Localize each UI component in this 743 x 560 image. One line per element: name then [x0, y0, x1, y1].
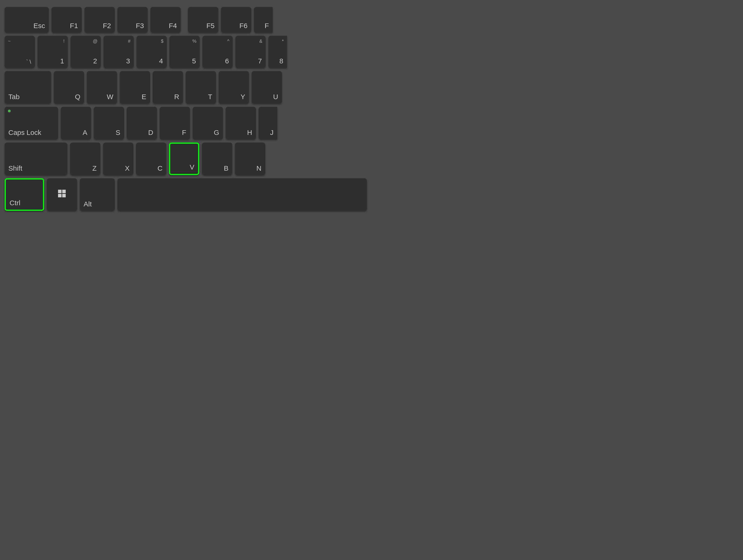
key-tab[interactable]: Tab [5, 71, 51, 103]
key-2[interactable]: @ 2 [71, 36, 101, 68]
key-j-partial[interactable]: J [259, 107, 277, 139]
keyboard: Esc F1 F2 F3 F4 F5 F6 F ~ ` \ ! 1 [0, 0, 372, 280]
key-v[interactable]: V [169, 142, 199, 175]
qwerty-row: Tab Q W E R T Y U [5, 71, 367, 103]
key-f1[interactable]: F1 [51, 7, 82, 33]
zxcv-row: Shift Z X C V B N [5, 142, 367, 175]
key-shift[interactable]: Shift [5, 142, 67, 175]
key-space[interactable] [118, 178, 367, 211]
svg-rect-0 [58, 190, 61, 193]
key-x[interactable]: X [103, 142, 133, 175]
svg-rect-3 [62, 194, 66, 197]
key-4[interactable]: $ 4 [136, 36, 167, 68]
key-3[interactable]: # 3 [103, 36, 134, 68]
key-r[interactable]: R [153, 71, 183, 103]
key-g[interactable]: G [193, 107, 223, 139]
key-e[interactable]: E [120, 71, 150, 103]
key-z[interactable]: Z [70, 142, 100, 175]
key-b[interactable]: B [202, 142, 232, 175]
key-u[interactable]: U [252, 71, 282, 103]
key-q[interactable]: Q [54, 71, 84, 103]
key-f[interactable]: F [160, 107, 190, 139]
key-f3[interactable]: F3 [118, 7, 148, 33]
key-d[interactable]: D [127, 107, 157, 139]
key-h[interactable]: H [226, 107, 256, 139]
key-y[interactable]: Y [219, 71, 249, 103]
key-t[interactable]: T [186, 71, 216, 103]
svg-rect-1 [62, 190, 66, 193]
key-f4[interactable]: F4 [150, 7, 181, 33]
key-f6[interactable]: F6 [221, 7, 251, 33]
key-6[interactable]: ^ 6 [203, 36, 233, 68]
key-7[interactable]: & 7 [235, 36, 266, 68]
key-ctrl[interactable]: Ctrl [5, 178, 44, 211]
key-1[interactable]: ! 1 [38, 36, 68, 68]
caps-lock-indicator [8, 110, 11, 113]
key-win[interactable] [47, 178, 77, 211]
key-f5[interactable]: F5 [188, 7, 218, 33]
key-8-partial[interactable]: * 8 [268, 36, 287, 68]
key-esc[interactable]: Esc [5, 7, 49, 33]
key-f7-partial[interactable]: F [254, 7, 273, 33]
key-caps-lock[interactable]: Caps Lock [5, 107, 58, 139]
windows-icon [58, 189, 66, 200]
key-5[interactable]: % 5 [170, 36, 200, 68]
key-n[interactable]: N [235, 142, 265, 175]
key-alt[interactable]: Alt [80, 178, 115, 211]
svg-rect-2 [58, 194, 61, 197]
bottom-row: Ctrl Alt [5, 178, 367, 211]
key-a[interactable]: A [61, 107, 91, 139]
key-backtick[interactable]: ~ ` \ [5, 36, 35, 68]
asdf-row: Caps Lock A S D F G H J [5, 107, 367, 139]
key-s[interactable]: S [94, 107, 124, 139]
fn-row: Esc F1 F2 F3 F4 F5 F6 F [5, 7, 367, 33]
num-row: ~ ` \ ! 1 @ 2 # 3 $ 4 % 5 ^ 6 & 7 [5, 36, 367, 68]
key-c[interactable]: C [136, 142, 166, 175]
key-f2[interactable]: F2 [85, 7, 115, 33]
key-w[interactable]: W [87, 71, 117, 103]
